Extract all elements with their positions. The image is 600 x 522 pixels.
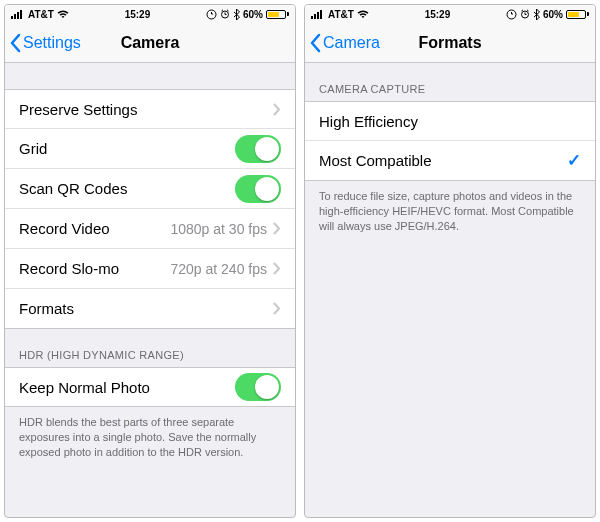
- chevron-right-icon: [273, 262, 281, 275]
- row-preserve-settings[interactable]: Preserve Settings: [5, 89, 295, 129]
- row-keep-normal[interactable]: Keep Normal Photo: [5, 367, 295, 407]
- alarm-icon: [220, 9, 230, 19]
- check-icon: ✓: [567, 150, 581, 171]
- phone-right: AT&T 15:29 60% Camera Formats CAMERA CAP…: [304, 4, 596, 518]
- toggle-qr[interactable]: [235, 175, 281, 203]
- chevron-right-icon: [273, 103, 281, 116]
- battery-pct: 60%: [543, 9, 563, 20]
- battery-pct: 60%: [243, 9, 263, 20]
- status-bar: AT&T 15:29 60%: [5, 5, 295, 23]
- chevron-left-icon: [309, 33, 323, 53]
- row-record-video[interactable]: Record Video 1080p at 30 fps: [5, 209, 295, 249]
- row-label: Formats: [19, 300, 74, 317]
- row-label: Scan QR Codes: [19, 180, 127, 197]
- battery-icon: [566, 10, 589, 19]
- alarm-icon: [520, 9, 530, 19]
- svg-rect-10: [317, 12, 319, 19]
- row-record-slomo[interactable]: Record Slo-mo 720p at 240 fps: [5, 249, 295, 289]
- scroll-content[interactable]: Preserve Settings Grid Scan QR Codes Rec…: [5, 63, 295, 517]
- nav-bar: Settings Camera: [5, 23, 295, 63]
- back-button[interactable]: Settings: [9, 33, 81, 53]
- row-scan-qr[interactable]: Scan QR Codes: [5, 169, 295, 209]
- toggle-grid[interactable]: [235, 135, 281, 163]
- chevron-left-icon: [9, 33, 23, 53]
- nav-bar: Camera Formats: [305, 23, 595, 63]
- section-header-capture: CAMERA CAPTURE: [305, 63, 595, 101]
- svg-rect-1: [14, 14, 16, 19]
- wifi-icon: [357, 10, 369, 19]
- back-button[interactable]: Camera: [309, 33, 380, 53]
- phone-left: AT&T 15:29 60% Settings Camera Preserve …: [4, 4, 296, 518]
- row-grid[interactable]: Grid: [5, 129, 295, 169]
- svg-line-15: [527, 10, 529, 11]
- svg-rect-8: [311, 16, 313, 19]
- battery-icon: [266, 10, 289, 19]
- svg-line-7: [227, 10, 229, 11]
- svg-rect-11: [320, 10, 322, 19]
- row-label: Keep Normal Photo: [19, 379, 150, 396]
- bluetooth-icon: [533, 9, 540, 20]
- footer-note: To reduce file size, capture photos and …: [305, 181, 595, 234]
- svg-line-14: [521, 10, 523, 11]
- chevron-right-icon: [273, 222, 281, 235]
- row-most-compatible[interactable]: Most Compatible ✓: [305, 141, 595, 181]
- row-label: High Efficiency: [319, 113, 418, 130]
- row-label: Grid: [19, 140, 47, 157]
- back-label: Camera: [323, 34, 380, 52]
- footer-note: HDR blends the best parts of three separ…: [5, 407, 295, 460]
- rotation-lock-icon: [206, 9, 217, 20]
- row-label: Record Slo-mo: [19, 260, 119, 277]
- row-formats[interactable]: Formats: [5, 289, 295, 329]
- row-label: Most Compatible: [319, 152, 432, 169]
- scroll-content[interactable]: CAMERA CAPTURE High Efficiency Most Comp…: [305, 63, 595, 517]
- svg-line-6: [221, 10, 223, 11]
- time-label: 15:29: [125, 9, 151, 20]
- carrier-label: AT&T: [328, 9, 354, 20]
- row-detail: 1080p at 30 fps: [170, 221, 273, 237]
- chevron-right-icon: [273, 302, 281, 315]
- rotation-lock-icon: [506, 9, 517, 20]
- svg-rect-9: [314, 14, 316, 19]
- time-label: 15:29: [425, 9, 451, 20]
- status-bar: AT&T 15:29 60%: [305, 5, 595, 23]
- svg-rect-2: [17, 12, 19, 19]
- wifi-icon: [57, 10, 69, 19]
- row-high-efficiency[interactable]: High Efficiency: [305, 101, 595, 141]
- row-label: Preserve Settings: [19, 101, 137, 118]
- row-label: Record Video: [19, 220, 110, 237]
- toggle-keep-normal[interactable]: [235, 373, 281, 401]
- signal-icon: [311, 10, 325, 19]
- page-title: Camera: [121, 34, 180, 52]
- back-label: Settings: [23, 34, 81, 52]
- carrier-label: AT&T: [28, 9, 54, 20]
- page-title: Formats: [418, 34, 481, 52]
- section-header-hdr: HDR (HIGH DYNAMIC RANGE): [5, 329, 295, 367]
- svg-rect-3: [20, 10, 22, 19]
- svg-rect-0: [11, 16, 13, 19]
- row-detail: 720p at 240 fps: [170, 261, 273, 277]
- signal-icon: [11, 10, 25, 19]
- bluetooth-icon: [233, 9, 240, 20]
